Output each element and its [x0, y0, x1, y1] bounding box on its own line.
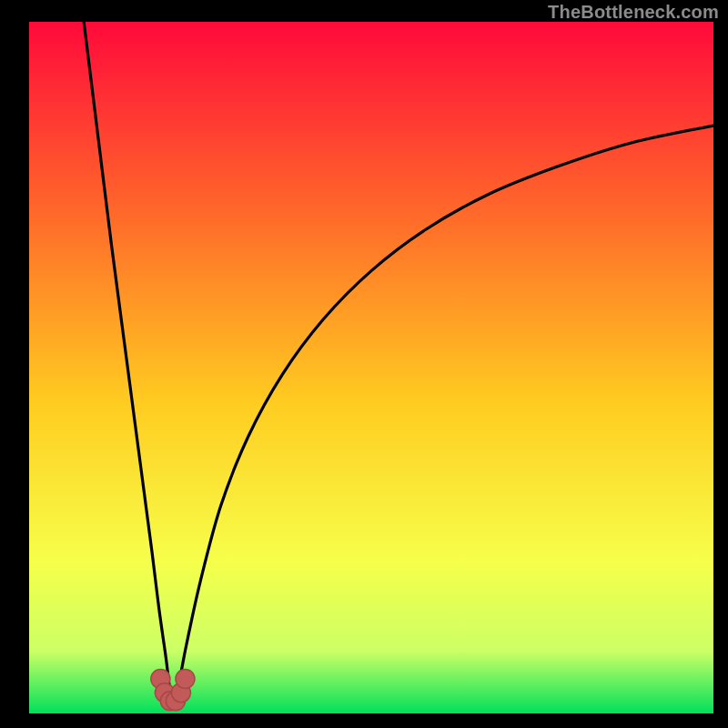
chart-frame: TheBottleneck.com: [0, 0, 728, 728]
watermark-text: TheBottleneck.com: [548, 2, 719, 23]
gradient-background: [29, 22, 713, 713]
bottleneck-curve-chart: [29, 22, 713, 713]
optimum-marker: [176, 669, 195, 688]
plot-area: [29, 22, 713, 713]
